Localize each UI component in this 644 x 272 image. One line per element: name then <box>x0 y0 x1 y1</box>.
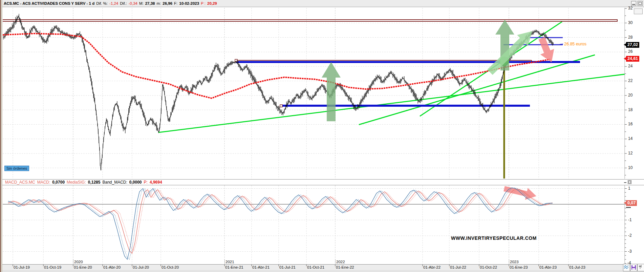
price-axis-label: 30 <box>628 20 632 25</box>
price-axis-label: 28 <box>628 35 632 40</box>
year-tick-line <box>73 259 73 264</box>
x-axis-tick-label: 01-Abr-20 <box>103 265 121 269</box>
x-axis-tick-label: 01-Oct-21 <box>307 265 324 269</box>
max-label: M: <box>139 1 144 5</box>
x-axis-tick-label: 01-Oct-19 <box>44 265 61 269</box>
x-axis-tick-label: 01-Abr-22 <box>423 265 441 269</box>
band-macd-value: 0,0000 <box>129 180 142 185</box>
watermark: WWW.INVERTIRYESPECULAR.COM <box>451 235 537 241</box>
macd-panel <box>2 185 644 265</box>
alert-price-badge-arrow <box>624 57 626 60</box>
x-axis-tick-label: 01-Oct-22 <box>480 265 497 269</box>
price-axis-label: 32 <box>628 6 632 11</box>
price-axis-label: 18 <box>628 107 632 112</box>
price-axis-label: 24 <box>628 64 632 68</box>
x-axis-tick-label: 01-Jul-20 <box>133 265 149 269</box>
max-value: 27,38 <box>145 1 155 5</box>
price-axis-label: 20 <box>628 93 632 98</box>
year-tick-line <box>335 259 336 264</box>
macd-indicator-name: MACD_ACS.MC <box>5 180 35 185</box>
last-price-badge-arrow <box>624 43 626 46</box>
maximize-icon[interactable] <box>638 1 643 6</box>
orders-chip: Sin órdenes <box>4 166 29 171</box>
macd-zero-marker <box>626 207 631 208</box>
price-axis-label: 22 <box>628 78 632 83</box>
x-axis-tick-label: 01-Jul-23 <box>569 265 585 269</box>
x-axis-tick-label: 01-Ene-23 <box>510 265 528 269</box>
macd-p-value: 4,9694 <box>150 180 162 185</box>
last-label: P : <box>201 1 206 5</box>
x-axis-tick-label: 01-Ene-20 <box>74 265 92 269</box>
panel-box-icon[interactable] <box>634 8 643 14</box>
save-icon <box>631 265 636 270</box>
price-note: 26.85 euros <box>564 42 586 46</box>
x-axis-tick-label: 01-Abr-23 <box>539 265 557 269</box>
zigzag-icon <box>623 264 629 270</box>
x-axis-tick-label: 01-Abr-21 <box>252 265 270 269</box>
macd-label: MACD: <box>37 180 50 185</box>
date-value: 10-02-2023 <box>179 1 199 5</box>
alert-price-badge: 24,61 <box>626 56 639 62</box>
dif-value: -0,34 <box>129 1 137 5</box>
last-price-badge: 27,02 <box>626 42 639 48</box>
min-label: m: <box>157 1 161 5</box>
horizontal-scrollbar[interactable] <box>2 270 644 272</box>
price-axis-label: 10 <box>628 165 632 170</box>
macd-axis-label: 1 <box>628 186 630 191</box>
save-button[interactable] <box>630 264 637 271</box>
year-label: 2020 <box>74 260 83 264</box>
title-bar: ACS.MC - ACS ACTIVIDADES CONS Y SERV - 1… <box>2 0 644 7</box>
mediasig-value: 0,1285 <box>88 180 101 185</box>
dif-label: Dif.: <box>120 1 127 5</box>
macd-minimize-icon[interactable] <box>624 180 627 183</box>
x-axis-tick-label: 01-Jul-22 <box>450 265 466 269</box>
pin-icon <box>638 264 643 270</box>
min-value: 26,96 <box>163 1 172 5</box>
dif-pct-value: -1,24 <box>109 1 118 5</box>
year-label: 2022 <box>336 260 345 264</box>
macd-status-row: MACD_ACS.MC MACD: 0,0700 MediaSIG: 0,128… <box>2 180 644 185</box>
last-value: 20,29 <box>207 1 217 5</box>
x-axis-tick-label: 01-Jul-21 <box>279 265 296 269</box>
x-axis-tick-label: 01-Oct-20 <box>162 265 179 269</box>
price-axis-label: 26 <box>628 49 632 54</box>
x-axis-tick-label: 01-Ene-22 <box>336 265 354 269</box>
price-panel <box>2 7 644 180</box>
chart-title: ACS.MC - ACS ACTIVIDADES CONS Y SERV - 1… <box>4 1 94 5</box>
mediasig-label: MediaSIG: <box>67 180 86 185</box>
minimize-icon[interactable] <box>631 1 636 6</box>
macd-maximize-icon[interactable] <box>628 180 631 184</box>
band-macd-label: Band_MACD: <box>102 180 127 185</box>
year-label: 2021 <box>226 260 234 264</box>
price-axis-label: 14 <box>628 136 632 141</box>
year-label: 2023 <box>510 260 519 264</box>
macd-axis-label: -1 <box>628 217 632 222</box>
chart-style-button[interactable] <box>623 264 630 271</box>
x-axis-tick-label: 01-Ene-21 <box>225 265 243 269</box>
price-axis-label: 12 <box>628 151 632 155</box>
dif-pct-label: Dif. %: <box>96 1 108 5</box>
macd-value: 0,0700 <box>52 180 65 185</box>
macd-value-badge-arrow <box>624 202 626 204</box>
macd-p-label: P: <box>144 180 148 185</box>
macd-panel-controls <box>624 180 631 184</box>
date-label: F: <box>174 1 177 5</box>
year-tick-line <box>224 259 225 264</box>
x-axis-tick-label: 01-Jul-19 <box>14 265 30 269</box>
macd-axis-label: -3 <box>628 249 632 254</box>
price-axis-label: 16 <box>628 122 632 126</box>
year-tick-line <box>509 259 509 264</box>
macd-value-badge: 0,07 <box>626 200 637 206</box>
chart-application-window: ACS.MC - ACS ACTIVIDADES CONS Y SERV - 1… <box>0 0 644 272</box>
macd-axis-label: -2 <box>628 233 632 238</box>
pin-button[interactable] <box>637 264 644 271</box>
